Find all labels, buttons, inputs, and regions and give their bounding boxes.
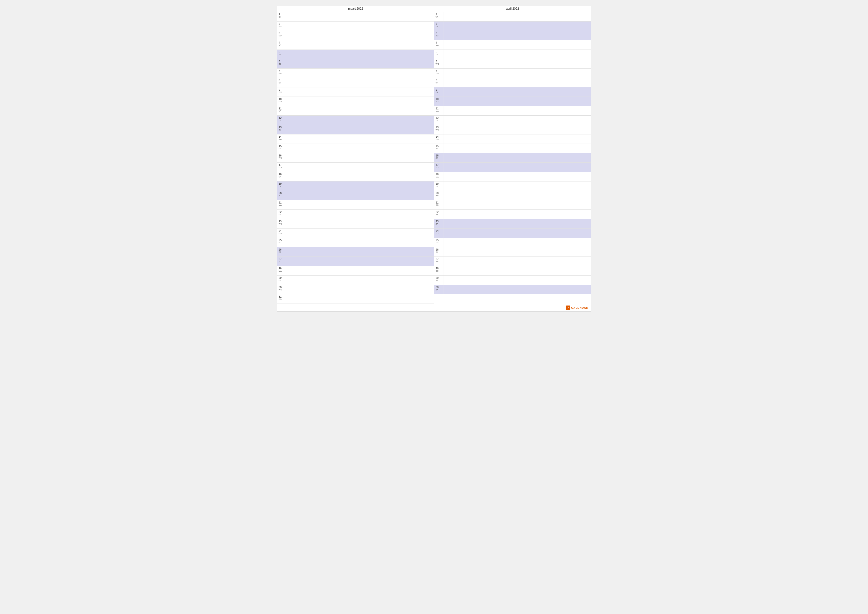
day-abbreviation: ZO — [436, 101, 439, 103]
day-abbreviation: DO — [436, 270, 439, 272]
day-row: 28MA — [277, 266, 434, 275]
day-content — [443, 125, 591, 134]
day-number-col: 27WO — [434, 257, 443, 266]
day-number-col: 27ZO — [277, 257, 286, 266]
day-content — [443, 210, 591, 219]
day-number-col: 8DI — [277, 78, 286, 87]
day-content — [286, 59, 434, 68]
day-abbreviation: VR — [279, 242, 281, 244]
day-row: 18VR — [277, 172, 434, 182]
month-header-april: april 2022 — [434, 5, 591, 12]
day-content — [286, 31, 434, 40]
day-number-col: 10ZO — [434, 97, 443, 106]
day-abbreviation: ZA — [436, 157, 438, 159]
day-abbreviation: VR — [279, 176, 281, 178]
day-number-col: 5ZA — [277, 50, 286, 59]
day-abbreviation: DI — [436, 251, 438, 253]
day-content — [443, 191, 591, 200]
day-row: 25MA — [434, 238, 591, 247]
day-row: 7DO — [434, 68, 591, 78]
day-number-col: 18MA — [434, 172, 443, 181]
day-content — [443, 172, 591, 181]
day-abbreviation: ZA — [436, 289, 438, 291]
brand-label: CALENDAR — [571, 306, 588, 309]
day-row: 20WO — [434, 191, 591, 200]
day-content — [443, 134, 591, 144]
day-abbreviation: WO — [279, 25, 282, 28]
day-number-col: 6ZO — [277, 59, 286, 68]
day-abbreviation: DO — [436, 204, 439, 207]
day-number-col: 15DI — [277, 144, 286, 153]
day-content — [286, 106, 434, 115]
day-content — [443, 59, 591, 68]
day-abbreviation: ZO — [279, 63, 281, 65]
footer: 7 CALENDAR — [277, 304, 591, 311]
day-abbreviation: MA — [279, 204, 282, 207]
day-content — [286, 144, 434, 153]
day-abbreviation: ZO — [436, 233, 439, 235]
day-number-col: 1VR — [434, 12, 443, 21]
day-row: 6WO — [434, 59, 591, 68]
day-number-col: 22DI — [277, 210, 286, 219]
day-row: 14MA — [277, 134, 434, 144]
brand-logo: 7 CALENDAR — [566, 306, 588, 310]
day-number-col: 2ZA — [434, 22, 443, 31]
day-content — [443, 266, 591, 275]
day-number-col: 26DI — [434, 247, 443, 256]
day-row: 10DO — [277, 97, 434, 106]
day-abbreviation: ZO — [436, 35, 439, 37]
day-row: 19DI — [434, 182, 591, 191]
day-number-col: 21DO — [434, 200, 443, 210]
day-row: 4VR — [277, 40, 434, 50]
day-number-col: 9ZA — [434, 87, 443, 96]
day-abbreviation: WO — [436, 195, 439, 197]
day-number-col: 6WO — [434, 59, 443, 68]
day-abbreviation: DO — [436, 73, 439, 75]
day-number-col: 28MA — [277, 266, 286, 275]
day-abbreviation: ZO — [279, 261, 281, 263]
day-content — [286, 172, 434, 181]
day-content — [443, 229, 591, 238]
day-abbreviation: MA — [436, 242, 439, 244]
day-content — [286, 22, 434, 31]
day-abbreviation: DI — [436, 54, 438, 56]
day-number-col: 29DI — [277, 275, 286, 285]
day-number-col: 25VR — [277, 238, 286, 247]
day-abbreviation: ZA — [436, 223, 438, 225]
day-content — [286, 163, 434, 172]
day-row: 9WO — [277, 87, 434, 97]
day-abbreviation: DO — [436, 138, 439, 141]
day-row: 7MA — [277, 68, 434, 78]
day-content — [286, 182, 434, 191]
day-number-col: 31DO — [277, 294, 286, 303]
day-number-col: 13WO — [434, 125, 443, 134]
day-content — [286, 40, 434, 50]
day-content — [286, 12, 434, 21]
day-content — [286, 275, 434, 285]
day-row: 5ZA — [277, 50, 434, 59]
day-row: 1DI — [277, 12, 434, 22]
day-abbreviation: DI — [279, 82, 281, 84]
svg-text:7: 7 — [567, 306, 569, 310]
day-row: 11MA — [434, 106, 591, 116]
day-content — [443, 106, 591, 115]
day-abbreviation: WO — [436, 261, 439, 263]
day-row: 13ZO — [277, 125, 434, 134]
day-row: 26ZA — [277, 247, 434, 257]
day-row: 19ZA — [277, 182, 434, 191]
day-content — [286, 294, 434, 303]
day-abbreviation: DO — [279, 35, 282, 37]
calendar-page: maart 20221DI2WO3DO4VR5ZA6ZO7MA8DI9WO10D… — [277, 5, 591, 312]
day-abbreviation: MA — [436, 110, 439, 112]
day-number-col: 3ZO — [434, 31, 443, 40]
day-abbreviation: MA — [436, 44, 439, 47]
day-content — [286, 238, 434, 247]
day-number-col: 14MA — [277, 134, 286, 144]
day-row: 15DI — [277, 144, 434, 153]
day-abbreviation: VR — [436, 280, 439, 282]
day-number-col: 2WO — [277, 22, 286, 31]
day-content — [443, 238, 591, 247]
day-content — [286, 153, 434, 162]
day-number-col: 25MA — [434, 238, 443, 247]
day-number-col: 1DI — [277, 12, 286, 21]
